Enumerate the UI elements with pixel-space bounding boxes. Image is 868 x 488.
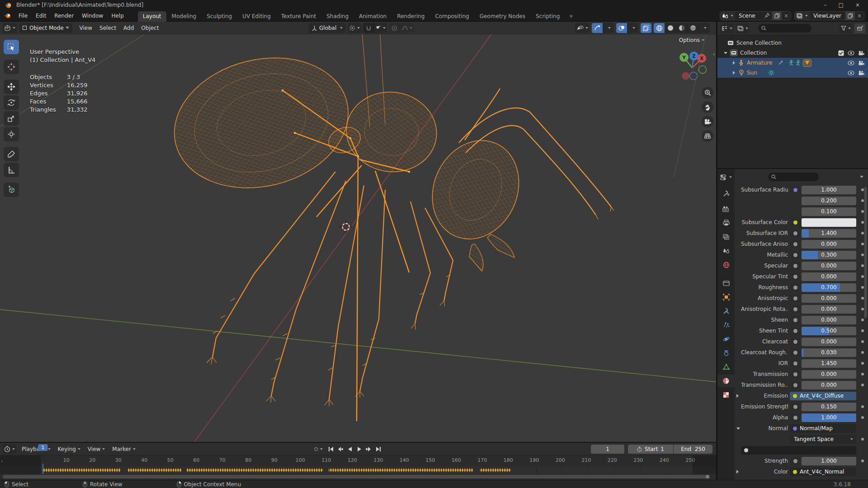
snap-settings-dropdown[interactable] <box>374 23 387 33</box>
play-button[interactable] <box>355 444 363 454</box>
property-field[interactable]: 0.100 <box>802 207 856 216</box>
tab-scene[interactable] <box>717 244 735 257</box>
jump-to-end-button[interactable] <box>374 444 382 454</box>
shading-rendered-button[interactable] <box>688 23 698 33</box>
tab-output[interactable] <box>717 216 735 229</box>
shading-wireframe-button[interactable] <box>654 23 665 33</box>
new-scene-button[interactable] <box>772 12 782 20</box>
socket-button[interactable] <box>791 283 800 291</box>
expand-icon[interactable] <box>733 71 735 75</box>
property-field[interactable]: 0.000 <box>802 305 856 314</box>
eye-icon[interactable] <box>848 61 854 66</box>
object-visibility-dropdown[interactable] <box>575 23 590 33</box>
viewport-3d[interactable]: Object Mode ViewSelectAddObject Global <box>0 22 716 442</box>
tab-collection[interactable] <box>717 277 735 289</box>
animate-dot-icon[interactable] <box>861 243 864 245</box>
tool-annotate[interactable] <box>4 147 19 161</box>
animate-dot-icon[interactable] <box>861 351 864 354</box>
tab-render[interactable] <box>717 202 735 215</box>
timeline-menu-item[interactable]: Keying <box>54 445 84 454</box>
shading-solid-button[interactable] <box>665 23 676 33</box>
tab-constraints[interactable] <box>717 347 735 359</box>
expand-icon[interactable] <box>724 52 727 54</box>
viewport-menu-item[interactable]: Add <box>120 23 137 33</box>
tab-view-layer[interactable] <box>717 230 735 243</box>
property-field[interactable]: 0.000 <box>802 370 856 379</box>
workspace-tab[interactable]: UV Editing <box>237 11 276 22</box>
property-field[interactable]: 0.030 <box>802 348 856 357</box>
jump-to-start-button[interactable] <box>326 444 335 454</box>
pin-icon[interactable] <box>764 13 770 19</box>
animate-dot-icon[interactable] <box>861 210 864 213</box>
timeline-scrollbar[interactable] <box>3 475 710 479</box>
tab-texture[interactable] <box>717 389 735 401</box>
animate-dot-icon[interactable] <box>861 264 864 267</box>
options-dropdown[interactable]: Options <box>679 37 704 43</box>
timeline-ruler[interactable]: 1020304050607080901001101201301401501601… <box>0 455 716 466</box>
animate-dot-icon[interactable] <box>861 286 864 289</box>
tool-select-box[interactable] <box>4 40 19 54</box>
tool-add-cube[interactable] <box>4 183 19 197</box>
animate-dot-icon[interactable] <box>861 221 864 224</box>
camera-icon[interactable] <box>858 51 864 56</box>
maximize-button[interactable]: □ <box>839 2 844 8</box>
expander-icon[interactable] <box>736 394 739 398</box>
tab-material[interactable] <box>717 375 735 387</box>
animate-dot-icon[interactable] <box>861 416 864 419</box>
gizmo-y-neg[interactable] <box>699 66 707 74</box>
menu-item[interactable]: File <box>14 11 32 20</box>
menu-item[interactable]: Window <box>78 11 107 20</box>
socket-button[interactable] <box>791 229 800 237</box>
workspace-tab[interactable]: + <box>565 11 577 22</box>
next-keyframe-button[interactable] <box>364 444 373 454</box>
viewlayer-icon[interactable] <box>795 12 810 20</box>
property-field[interactable]: 0.000 <box>802 294 856 303</box>
outliner-row-sun[interactable]: Sun <box>717 68 868 78</box>
workspace-tab[interactable]: Compositing <box>430 11 474 22</box>
property-field[interactable]: 0.500 <box>802 327 856 335</box>
animate-dot-icon[interactable] <box>861 438 864 441</box>
socket-button[interactable] <box>791 327 800 335</box>
prev-keyframe-button[interactable] <box>336 444 344 454</box>
current-frame-field[interactable]: 1 <box>591 445 624 454</box>
socket-button[interactable] <box>791 251 800 259</box>
animate-dot-icon[interactable] <box>861 362 864 365</box>
viewlayer-selector[interactable]: ViewLayer × <box>794 11 864 20</box>
viewport-menu-item[interactable]: Object <box>137 23 162 33</box>
socket-button[interactable] <box>791 218 800 226</box>
eye-icon[interactable] <box>848 70 854 75</box>
socket-button[interactable] <box>791 305 800 313</box>
pan-hand-icon[interactable] <box>702 101 713 113</box>
outliner-row-collection[interactable]: Collection <box>717 48 868 58</box>
mode-dropdown[interactable]: Object Mode <box>19 23 72 33</box>
animate-dot-icon[interactable] <box>861 253 864 256</box>
outliner-row-armature[interactable]: Armature <box>717 58 868 68</box>
outliner-item-label[interactable]: Armature <box>747 60 772 66</box>
shading-material-button[interactable] <box>676 23 687 33</box>
animate-dot-icon[interactable] <box>861 232 864 235</box>
viewport-menu-item[interactable]: View <box>76 23 96 33</box>
outliner-filter-dropdown[interactable] <box>840 23 852 33</box>
properties-search-input[interactable] <box>768 173 819 181</box>
property-field[interactable]: 0.300 <box>802 251 856 259</box>
outliner-item-label[interactable]: Sun <box>747 70 757 76</box>
proportional-editing-toggle[interactable] <box>389 23 400 33</box>
scrollbar-knob[interactable] <box>706 475 709 479</box>
outliner-display-mode-dropdown[interactable] <box>720 23 734 33</box>
remove-viewlayer-button[interactable]: × <box>855 13 864 19</box>
viewlayer-name[interactable]: ViewLayer <box>810 13 845 19</box>
property-field[interactable]: 1.450 <box>802 359 856 368</box>
property-field[interactable]: 1.000 <box>802 186 856 194</box>
outliner-item-label[interactable]: Scene Collection <box>736 40 782 46</box>
keyframe-area[interactable] <box>0 466 716 474</box>
blender-menu-icon[interactable] <box>4 13 12 19</box>
armature-data-badge[interactable] <box>803 59 811 67</box>
tab-world[interactable] <box>717 258 735 271</box>
socket-button[interactable] <box>791 186 800 194</box>
socket-button[interactable] <box>791 240 800 248</box>
keyframe-strip[interactable] <box>43 467 511 473</box>
socket-button[interactable] <box>791 348 800 357</box>
gizmo-z-neg[interactable] <box>690 72 698 80</box>
animate-dot-icon[interactable] <box>861 460 864 462</box>
property-field[interactable] <box>802 218 856 227</box>
